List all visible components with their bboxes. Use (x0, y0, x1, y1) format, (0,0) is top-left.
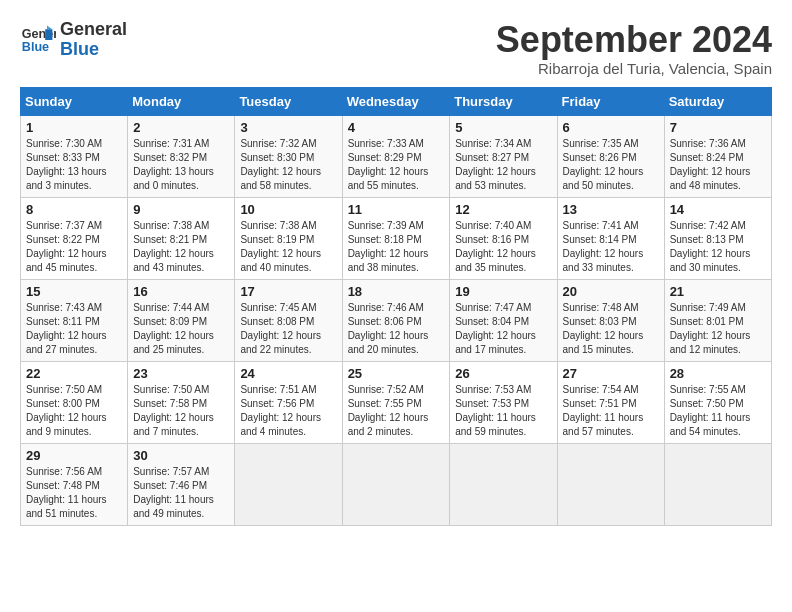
day-info: Sunrise: 7:45 AM Sunset: 8:08 PM Dayligh… (240, 302, 321, 355)
day-info: Sunrise: 7:55 AM Sunset: 7:50 PM Dayligh… (670, 384, 751, 437)
day-number: 15 (26, 284, 122, 299)
day-info: Sunrise: 7:37 AM Sunset: 8:22 PM Dayligh… (26, 220, 107, 273)
day-info: Sunrise: 7:47 AM Sunset: 8:04 PM Dayligh… (455, 302, 536, 355)
header-friday: Friday (557, 87, 664, 115)
title-area: September 2024 Ribarroja del Turia, Vale… (496, 20, 772, 77)
table-row (664, 443, 771, 525)
table-row (557, 443, 664, 525)
table-row: 2 Sunrise: 7:31 AM Sunset: 8:32 PM Dayli… (128, 115, 235, 197)
calendar-week-row: 29 Sunrise: 7:56 AM Sunset: 7:48 PM Dayl… (21, 443, 772, 525)
header: General Blue General Blue September 2024… (20, 20, 772, 77)
day-number: 20 (563, 284, 659, 299)
table-row: 9 Sunrise: 7:38 AM Sunset: 8:21 PM Dayli… (128, 197, 235, 279)
day-info: Sunrise: 7:38 AM Sunset: 8:19 PM Dayligh… (240, 220, 321, 273)
svg-marker-2 (45, 29, 52, 40)
day-number: 21 (670, 284, 766, 299)
day-number: 5 (455, 120, 551, 135)
header-tuesday: Tuesday (235, 87, 342, 115)
day-number: 2 (133, 120, 229, 135)
table-row: 19 Sunrise: 7:47 AM Sunset: 8:04 PM Dayl… (450, 279, 557, 361)
header-saturday: Saturday (664, 87, 771, 115)
table-row: 26 Sunrise: 7:53 AM Sunset: 7:53 PM Dayl… (450, 361, 557, 443)
day-number: 14 (670, 202, 766, 217)
day-number: 30 (133, 448, 229, 463)
table-row: 1 Sunrise: 7:30 AM Sunset: 8:33 PM Dayli… (21, 115, 128, 197)
day-info: Sunrise: 7:50 AM Sunset: 7:58 PM Dayligh… (133, 384, 214, 437)
table-row: 28 Sunrise: 7:55 AM Sunset: 7:50 PM Dayl… (664, 361, 771, 443)
day-info: Sunrise: 7:31 AM Sunset: 8:32 PM Dayligh… (133, 138, 214, 191)
day-number: 29 (26, 448, 122, 463)
table-row: 8 Sunrise: 7:37 AM Sunset: 8:22 PM Dayli… (21, 197, 128, 279)
day-number: 12 (455, 202, 551, 217)
day-info: Sunrise: 7:42 AM Sunset: 8:13 PM Dayligh… (670, 220, 751, 273)
table-row: 12 Sunrise: 7:40 AM Sunset: 8:16 PM Dayl… (450, 197, 557, 279)
day-info: Sunrise: 7:40 AM Sunset: 8:16 PM Dayligh… (455, 220, 536, 273)
day-info: Sunrise: 7:44 AM Sunset: 8:09 PM Dayligh… (133, 302, 214, 355)
table-row: 18 Sunrise: 7:46 AM Sunset: 8:06 PM Dayl… (342, 279, 450, 361)
table-row: 21 Sunrise: 7:49 AM Sunset: 8:01 PM Dayl… (664, 279, 771, 361)
table-row: 16 Sunrise: 7:44 AM Sunset: 8:09 PM Dayl… (128, 279, 235, 361)
day-number: 13 (563, 202, 659, 217)
table-row: 29 Sunrise: 7:56 AM Sunset: 7:48 PM Dayl… (21, 443, 128, 525)
location-subtitle: Ribarroja del Turia, Valencia, Spain (496, 60, 772, 77)
table-row: 13 Sunrise: 7:41 AM Sunset: 8:14 PM Dayl… (557, 197, 664, 279)
header-sunday: Sunday (21, 87, 128, 115)
day-number: 27 (563, 366, 659, 381)
logo: General Blue General Blue (20, 20, 127, 60)
day-info: Sunrise: 7:41 AM Sunset: 8:14 PM Dayligh… (563, 220, 644, 273)
table-row: 4 Sunrise: 7:33 AM Sunset: 8:29 PM Dayli… (342, 115, 450, 197)
day-number: 19 (455, 284, 551, 299)
table-row: 11 Sunrise: 7:39 AM Sunset: 8:18 PM Dayl… (342, 197, 450, 279)
table-row: 5 Sunrise: 7:34 AM Sunset: 8:27 PM Dayli… (450, 115, 557, 197)
table-row: 25 Sunrise: 7:52 AM Sunset: 7:55 PM Dayl… (342, 361, 450, 443)
day-info: Sunrise: 7:50 AM Sunset: 8:00 PM Dayligh… (26, 384, 107, 437)
header-thursday: Thursday (450, 87, 557, 115)
day-info: Sunrise: 7:53 AM Sunset: 7:53 PM Dayligh… (455, 384, 536, 437)
table-row: 3 Sunrise: 7:32 AM Sunset: 8:30 PM Dayli… (235, 115, 342, 197)
weekday-header-row: Sunday Monday Tuesday Wednesday Thursday… (21, 87, 772, 115)
table-row: 24 Sunrise: 7:51 AM Sunset: 7:56 PM Dayl… (235, 361, 342, 443)
day-number: 28 (670, 366, 766, 381)
calendar-week-row: 1 Sunrise: 7:30 AM Sunset: 8:33 PM Dayli… (21, 115, 772, 197)
header-wednesday: Wednesday (342, 87, 450, 115)
day-info: Sunrise: 7:57 AM Sunset: 7:46 PM Dayligh… (133, 466, 214, 519)
table-row: 10 Sunrise: 7:38 AM Sunset: 8:19 PM Dayl… (235, 197, 342, 279)
day-number: 26 (455, 366, 551, 381)
day-info: Sunrise: 7:30 AM Sunset: 8:33 PM Dayligh… (26, 138, 107, 191)
calendar-week-row: 8 Sunrise: 7:37 AM Sunset: 8:22 PM Dayli… (21, 197, 772, 279)
day-number: 3 (240, 120, 336, 135)
day-info: Sunrise: 7:49 AM Sunset: 8:01 PM Dayligh… (670, 302, 751, 355)
day-number: 4 (348, 120, 445, 135)
day-info: Sunrise: 7:33 AM Sunset: 8:29 PM Dayligh… (348, 138, 429, 191)
table-row: 23 Sunrise: 7:50 AM Sunset: 7:58 PM Dayl… (128, 361, 235, 443)
table-row: 27 Sunrise: 7:54 AM Sunset: 7:51 PM Dayl… (557, 361, 664, 443)
day-number: 9 (133, 202, 229, 217)
day-number: 24 (240, 366, 336, 381)
table-row: 6 Sunrise: 7:35 AM Sunset: 8:26 PM Dayli… (557, 115, 664, 197)
table-row (235, 443, 342, 525)
table-row: 7 Sunrise: 7:36 AM Sunset: 8:24 PM Dayli… (664, 115, 771, 197)
day-info: Sunrise: 7:39 AM Sunset: 8:18 PM Dayligh… (348, 220, 429, 273)
day-info: Sunrise: 7:35 AM Sunset: 8:26 PM Dayligh… (563, 138, 644, 191)
day-info: Sunrise: 7:38 AM Sunset: 8:21 PM Dayligh… (133, 220, 214, 273)
day-info: Sunrise: 7:34 AM Sunset: 8:27 PM Dayligh… (455, 138, 536, 191)
day-number: 25 (348, 366, 445, 381)
table-row: 30 Sunrise: 7:57 AM Sunset: 7:46 PM Dayl… (128, 443, 235, 525)
day-number: 11 (348, 202, 445, 217)
day-number: 18 (348, 284, 445, 299)
logo-text: General Blue (60, 20, 127, 60)
svg-text:Blue: Blue (22, 40, 49, 54)
day-info: Sunrise: 7:56 AM Sunset: 7:48 PM Dayligh… (26, 466, 107, 519)
day-number: 10 (240, 202, 336, 217)
calendar-table: Sunday Monday Tuesday Wednesday Thursday… (20, 87, 772, 526)
table-row (342, 443, 450, 525)
day-number: 17 (240, 284, 336, 299)
day-info: Sunrise: 7:36 AM Sunset: 8:24 PM Dayligh… (670, 138, 751, 191)
table-row: 22 Sunrise: 7:50 AM Sunset: 8:00 PM Dayl… (21, 361, 128, 443)
day-info: Sunrise: 7:54 AM Sunset: 7:51 PM Dayligh… (563, 384, 644, 437)
table-row: 14 Sunrise: 7:42 AM Sunset: 8:13 PM Dayl… (664, 197, 771, 279)
day-info: Sunrise: 7:32 AM Sunset: 8:30 PM Dayligh… (240, 138, 321, 191)
day-number: 1 (26, 120, 122, 135)
day-number: 8 (26, 202, 122, 217)
day-info: Sunrise: 7:48 AM Sunset: 8:03 PM Dayligh… (563, 302, 644, 355)
